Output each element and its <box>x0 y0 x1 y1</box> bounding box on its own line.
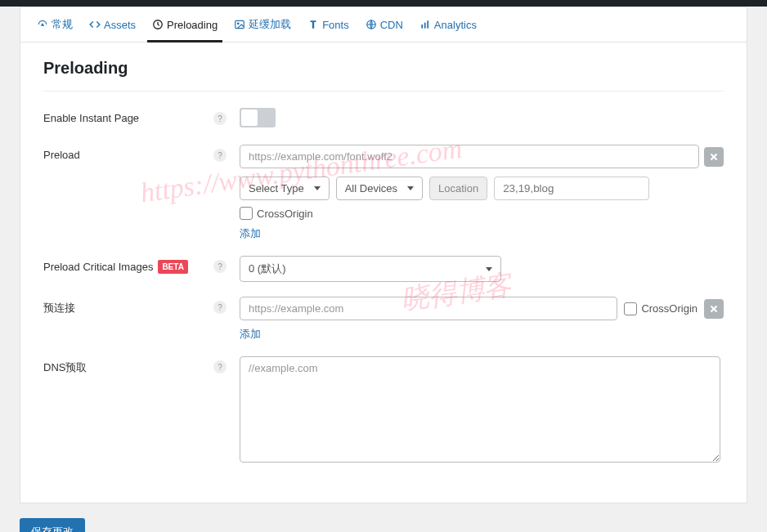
image-icon <box>234 19 245 30</box>
preload-location-input[interactable] <box>494 177 649 200</box>
font-icon <box>307 19 319 30</box>
remove-preload-button[interactable] <box>704 147 724 167</box>
remove-preconnect-button[interactable] <box>704 299 724 319</box>
row-instant-page: Enable Instant Page ? <box>43 108 724 130</box>
label-preconnect: 预连接 <box>43 297 207 315</box>
panel-title: Preloading <box>43 59 724 78</box>
preload-url-input[interactable] <box>240 145 699 168</box>
help-icon[interactable]: ? <box>213 360 227 373</box>
label-text: Preload Critical Images <box>43 261 153 273</box>
tab-label: Preloading <box>167 19 218 31</box>
chevron-down-icon <box>314 186 321 190</box>
save-button[interactable]: 保存更改 <box>20 518 85 532</box>
tab-assets[interactable]: Assets <box>81 7 144 42</box>
instant-page-toggle[interactable] <box>240 108 276 127</box>
row-dns-prefetch: DNS预取 ? <box>43 356 724 465</box>
add-preconnect-link[interactable]: 添加 <box>240 328 261 340</box>
label-preload-critical-images: Preload Critical Images BETA <box>43 256 207 274</box>
preconnect-crossorigin-checkbox[interactable]: CrossOrigin <box>624 302 697 315</box>
tab-label: CDN <box>380 19 403 31</box>
svg-rect-1 <box>235 20 244 28</box>
row-preload: Preload ? Select Type All Devices <box>43 145 724 241</box>
label-dns-prefetch: DNS预取 <box>43 356 207 375</box>
settings-panel: Preloading Enable Instant Page ? Preload… <box>20 42 747 503</box>
divider <box>43 91 724 92</box>
admin-topbar <box>0 0 767 7</box>
select-label: All Devices <box>345 182 397 194</box>
chevron-down-icon <box>407 186 414 190</box>
help-icon[interactable]: ? <box>213 260 227 273</box>
chart-icon <box>419 19 431 30</box>
location-button[interactable]: Location <box>429 177 487 200</box>
tab-general[interactable]: 常规 <box>29 7 81 42</box>
dns-prefetch-textarea[interactable] <box>240 356 720 463</box>
label-preload: Preload <box>43 145 207 161</box>
chevron-down-icon <box>486 267 492 271</box>
svg-rect-5 <box>424 23 426 29</box>
help-icon[interactable]: ? <box>213 149 227 162</box>
tab-label: Assets <box>104 19 136 31</box>
svg-rect-6 <box>427 20 428 28</box>
dashboard-icon <box>37 19 48 30</box>
label-instant-page: Enable Instant Page <box>43 108 207 124</box>
checkbox-icon <box>624 302 637 315</box>
select-value: 0 (默认) <box>249 262 286 276</box>
tab-label: Fonts <box>322 19 349 31</box>
row-preload-critical-images: Preload Critical Images BETA ? 0 (默认) <box>43 256 724 282</box>
tab-lazyload[interactable]: 延缓加载 <box>226 7 299 42</box>
beta-badge: BETA <box>158 260 187 274</box>
help-icon[interactable]: ? <box>213 112 227 125</box>
tab-fonts[interactable]: Fonts <box>299 7 357 42</box>
code-icon <box>89 19 101 30</box>
preload-device-select[interactable]: All Devices <box>336 177 423 200</box>
tab-preloading[interactable]: Preloading <box>144 7 226 42</box>
globe-icon <box>366 19 377 30</box>
preload-type-select[interactable]: Select Type <box>240 177 330 200</box>
preload-crossorigin-checkbox[interactable]: CrossOrigin <box>240 207 313 220</box>
clock-icon <box>152 19 164 30</box>
tab-label: 常规 <box>52 17 73 32</box>
tab-cdn[interactable]: CDN <box>357 7 411 42</box>
checkbox-label: CrossOrigin <box>641 302 697 315</box>
svg-point-2 <box>238 23 240 25</box>
save-bar: 保存更改 <box>20 518 747 532</box>
preconnect-url-input[interactable] <box>240 297 617 320</box>
svg-rect-4 <box>421 25 423 29</box>
tabs-bar: 常规 Assets Preloading 延缓加载 Fonts <box>20 7 747 42</box>
checkbox-icon <box>240 207 253 220</box>
help-icon[interactable]: ? <box>213 301 227 314</box>
preload-critical-select[interactable]: 0 (默认) <box>240 256 501 282</box>
tab-label: 延缓加载 <box>249 17 291 32</box>
add-preload-link[interactable]: 添加 <box>240 227 261 239</box>
checkbox-label: CrossOrigin <box>257 208 313 220</box>
tab-label: Analytics <box>434 19 477 31</box>
row-preconnect: 预连接 ? CrossOrigin 添加 <box>43 297 724 342</box>
tab-analytics[interactable]: Analytics <box>411 7 485 42</box>
select-label: Select Type <box>249 182 304 194</box>
